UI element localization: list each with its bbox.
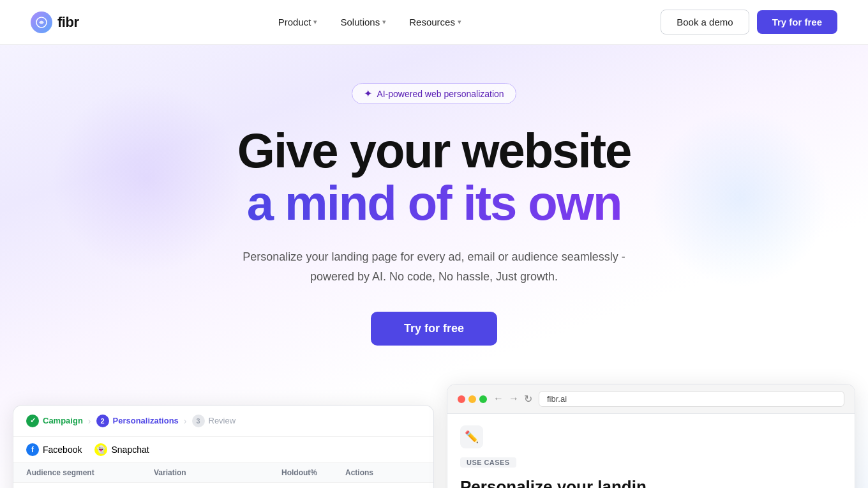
chevron-down-icon: ▾: [458, 18, 461, 26]
use-cases-badge: USE CASES: [460, 457, 516, 468]
browser-bar: ← → ↻ fibr.ai: [447, 385, 855, 414]
arrow-icon: ›: [88, 416, 91, 426]
refresh-icon[interactable]: ↻: [524, 393, 532, 405]
nav-links: Product ▾ Solutions ▾ Resources ▾: [278, 17, 461, 27]
hero-title-line1: Give your website: [237, 125, 631, 177]
back-icon[interactable]: ←: [493, 393, 504, 405]
book-demo-button[interactable]: Book a demo: [661, 10, 749, 34]
step-personalizations: 2 Personalizations: [96, 415, 179, 427]
ai-badge: ✦ AI-powered web personalization: [352, 83, 516, 104]
browser-panel: ← → ↻ fibr.ai ✏️ USE CASES Personalize y…: [447, 384, 855, 488]
panel-right-content: ✏️ USE CASES Personalize your landin as …: [447, 414, 855, 488]
sparkle-icon: ✦: [364, 88, 372, 100]
navbar: fibr Product ▾ Solutions ▾ Resources ▾ B…: [0, 0, 868, 45]
step-review: 3 Review: [192, 415, 236, 427]
hero-subtitle: Personalize your landing page for every …: [236, 247, 632, 286]
nav-actions: Book a demo Try for free: [661, 10, 837, 34]
check-icon: ✓: [26, 415, 39, 427]
screenshots-area: ✓ Campaign › 2 Personalizations › 3 Revi…: [13, 384, 855, 488]
steps-header: ✓ Campaign › 2 Personalizations › 3 Revi…: [13, 406, 433, 437]
chevron-down-icon: ▾: [382, 18, 386, 26]
hero-title-line2: a mind of its own: [247, 177, 622, 229]
browser-url-bar[interactable]: fibr.ai: [539, 391, 844, 407]
logo-icon: [31, 11, 52, 33]
chevron-down-icon: ▾: [313, 18, 317, 26]
table-header: Audience segment Variation Holdout% Acti…: [13, 463, 433, 483]
facebook-tab[interactable]: f Facebook: [26, 443, 82, 456]
logo-text: fibr: [57, 14, 79, 31]
arrow-icon-2: ›: [184, 416, 187, 426]
nav-solutions[interactable]: Solutions ▾: [340, 17, 386, 27]
hero-section: ✦ AI-powered web personalization Give yo…: [0, 45, 868, 488]
browser-nav: ← → ↻: [493, 393, 532, 405]
try-free-nav-button[interactable]: Try for free: [757, 10, 837, 34]
logo[interactable]: fibr: [31, 11, 79, 33]
step-campaign: ✓ Campaign: [26, 415, 83, 427]
step-num-3: 3: [192, 415, 205, 427]
facebook-icon: f: [26, 443, 39, 456]
table-row: Home Loan providers fibr_location_variat…: [13, 483, 433, 488]
minimize-window-button[interactable]: [468, 395, 476, 403]
snapchat-tab[interactable]: 👻 Snapchat: [94, 443, 149, 456]
close-window-button[interactable]: [458, 395, 465, 403]
maximize-window-button[interactable]: [479, 395, 487, 403]
try-free-hero-button[interactable]: Try for free: [371, 312, 497, 346]
forward-icon[interactable]: →: [509, 393, 519, 405]
step-num-2: 2: [96, 415, 109, 427]
edit-icon-box: ✏️: [460, 425, 483, 448]
platform-tabs: f Facebook 👻 Snapchat: [13, 437, 433, 463]
snapchat-icon: 👻: [94, 443, 107, 456]
campaign-panel: ✓ Campaign › 2 Personalizations › 3 Revi…: [13, 405, 434, 488]
nav-product[interactable]: Product ▾: [278, 17, 318, 27]
nav-resources[interactable]: Resources ▾: [409, 17, 461, 27]
panel-right-title: Personalize your landin as per your cust…: [460, 477, 842, 488]
